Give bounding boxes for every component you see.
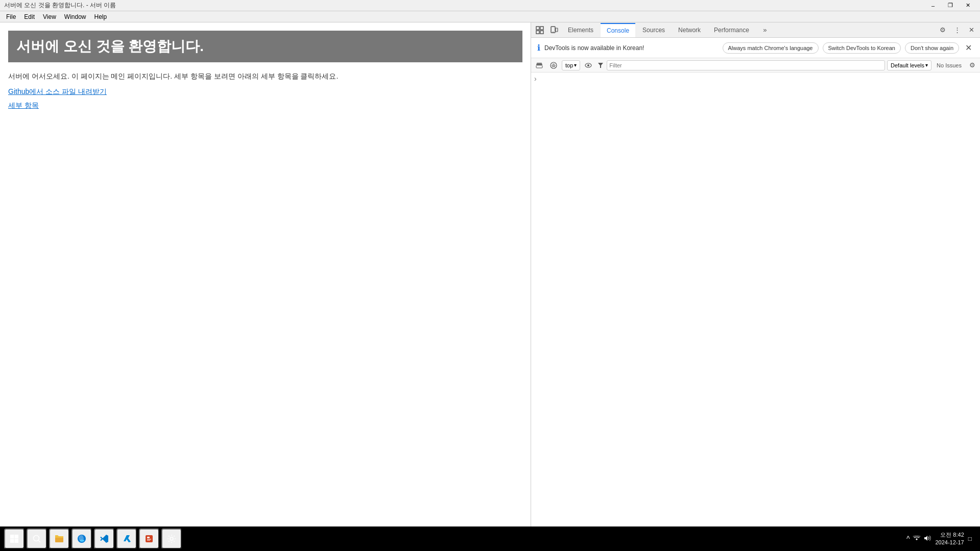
lang-notification-close-button[interactable]: ✕ bbox=[963, 42, 974, 54]
powerpoint-icon bbox=[145, 534, 154, 543]
page-body-text: 서버에 어서오세요. 이 페이지는 메인 페이지입니다. 세부 항목을 보려면 … bbox=[8, 70, 522, 82]
always-match-language-button[interactable]: Always match Chrome's language bbox=[723, 42, 819, 54]
switch-devtools-korean-button[interactable]: Switch DevTools to Korean bbox=[823, 42, 901, 54]
svg-rect-5 bbox=[556, 28, 558, 32]
title-bar: 서버에 오신 것을 환영합니다. - 서버 이름 – ❐ ✕ bbox=[0, 0, 980, 11]
close-icon: ✕ bbox=[969, 26, 974, 34]
more-tabs-button[interactable]: » bbox=[758, 24, 772, 36]
svg-point-15 bbox=[587, 64, 589, 66]
expand-arrow[interactable]: › bbox=[533, 74, 538, 84]
search-taskbar-icon bbox=[32, 534, 41, 543]
tab-network[interactable]: Network bbox=[672, 23, 707, 37]
menu-edit[interactable]: Edit bbox=[20, 12, 39, 21]
devtools-close-button[interactable]: ✕ bbox=[965, 24, 978, 36]
filter-icon-button[interactable] bbox=[547, 60, 560, 71]
no-issues-text: No Issues bbox=[934, 62, 965, 68]
svg-rect-3 bbox=[540, 31, 543, 34]
console-settings-icon: ⚙ bbox=[969, 61, 975, 69]
console-content: › bbox=[531, 73, 980, 526]
svg-point-6 bbox=[553, 31, 554, 32]
levels-arrow: ▾ bbox=[925, 62, 928, 68]
devtools-device-button[interactable] bbox=[547, 24, 561, 36]
page-body: 서버에 어서오세요. 이 페이지는 메인 페이지입니다. 세부 항목을 보려면 … bbox=[8, 70, 522, 111]
clear-console-button[interactable] bbox=[533, 60, 545, 71]
svg-point-29 bbox=[170, 537, 173, 540]
menu-file[interactable]: File bbox=[2, 12, 20, 21]
svg-rect-17 bbox=[10, 535, 14, 539]
network-icon[interactable] bbox=[913, 535, 921, 543]
console-settings-button[interactable]: ⚙ bbox=[967, 60, 978, 71]
svg-rect-25 bbox=[146, 535, 153, 542]
svg-line-22 bbox=[38, 540, 40, 542]
filter-icon bbox=[550, 62, 557, 69]
system-tray: ^ bbox=[906, 535, 931, 543]
more-tabs-icon: » bbox=[763, 26, 767, 34]
context-selector[interactable]: top ▾ bbox=[562, 60, 580, 70]
context-arrow: ▾ bbox=[574, 62, 577, 68]
edge-icon bbox=[77, 534, 86, 543]
github-link[interactable]: Github에서 소스 파일 내려받기 bbox=[8, 86, 522, 97]
windows-icon bbox=[10, 534, 19, 543]
menu-bar: File Edit View Window Help bbox=[0, 11, 980, 22]
devtools-panel: Elements Console Sources Network Perform… bbox=[531, 22, 980, 526]
svg-rect-20 bbox=[15, 539, 19, 543]
svg-rect-9 bbox=[536, 65, 542, 68]
lang-notification: ℹ DevTools is now available in Korean! A… bbox=[531, 38, 980, 58]
title-bar-text: 서버에 오신 것을 환영합니다. - 서버 이름 bbox=[4, 1, 116, 10]
taskbar-date: 2024-12-17 bbox=[935, 539, 964, 546]
browser-content: 서버에 오신 것을 환영합니다. 서버에 어서오세요. 이 페이지는 메인 페이… bbox=[0, 22, 531, 526]
svg-rect-18 bbox=[15, 535, 19, 539]
svg-rect-8 bbox=[537, 63, 542, 64]
default-levels-selector[interactable]: Default levels ▾ bbox=[887, 60, 931, 70]
menu-window[interactable]: Window bbox=[60, 12, 90, 21]
devtools-inspect-button[interactable] bbox=[533, 24, 546, 36]
tab-elements-label: Elements bbox=[568, 27, 593, 34]
start-button[interactable] bbox=[4, 529, 25, 549]
svg-rect-26 bbox=[147, 537, 150, 538]
taskbar: ^ 오전 8:42 2024-12-17 □ bbox=[0, 526, 980, 551]
taskbar-right: ^ 오전 8:42 2024-12-17 □ bbox=[902, 531, 976, 547]
vs-code-button[interactable] bbox=[94, 529, 114, 549]
tab-sources[interactable]: Sources bbox=[636, 23, 671, 37]
detail-link[interactable]: 세부 항목 bbox=[8, 100, 522, 111]
context-label: top bbox=[565, 62, 573, 68]
tab-console-label: Console bbox=[607, 27, 629, 34]
file-explorer-button[interactable] bbox=[49, 529, 69, 549]
eye-button[interactable] bbox=[582, 60, 594, 71]
inspect-icon bbox=[536, 26, 544, 34]
default-levels-label: Default levels bbox=[891, 62, 924, 68]
svg-marker-30 bbox=[924, 536, 927, 541]
menu-help[interactable]: Help bbox=[90, 12, 111, 21]
tab-performance-label: Performance bbox=[714, 27, 749, 34]
title-bar-controls: – ❐ ✕ bbox=[925, 1, 976, 11]
azure-icon bbox=[122, 534, 131, 543]
azure-button[interactable] bbox=[116, 529, 137, 549]
dont-show-again-button[interactable]: Don't show again bbox=[905, 42, 959, 54]
info-icon: ℹ bbox=[537, 43, 540, 53]
vscode-icon bbox=[100, 534, 109, 543]
devtools-settings-button[interactable]: ⚙ bbox=[936, 24, 949, 36]
filter-input[interactable] bbox=[607, 60, 885, 70]
clear-icon bbox=[536, 62, 543, 69]
edge-button[interactable] bbox=[71, 529, 92, 549]
tab-console[interactable]: Console bbox=[601, 23, 635, 37]
powerpoint-button[interactable] bbox=[139, 529, 159, 549]
notification-icon[interactable]: □ bbox=[968, 535, 972, 542]
taskbar-clock[interactable]: 오전 8:42 2024-12-17 bbox=[935, 531, 964, 547]
svg-rect-7 bbox=[536, 64, 542, 65]
menu-view[interactable]: View bbox=[39, 12, 60, 21]
devtools-more-button[interactable]: ⋮ bbox=[950, 24, 964, 36]
tab-performance[interactable]: Performance bbox=[708, 23, 755, 37]
volume-icon[interactable] bbox=[924, 535, 931, 543]
tray-icon-1[interactable]: ^ bbox=[906, 535, 910, 543]
page-title: 서버에 오신 것을 환영합니다. bbox=[8, 31, 522, 62]
tab-network-label: Network bbox=[678, 27, 701, 34]
tab-elements[interactable]: Elements bbox=[562, 23, 600, 37]
taskbar-time: 오전 8:42 bbox=[935, 531, 964, 539]
restore-button[interactable]: ❐ bbox=[942, 1, 959, 11]
svg-point-21 bbox=[34, 536, 39, 541]
minimize-button[interactable]: – bbox=[925, 1, 941, 11]
search-taskbar-button[interactable] bbox=[27, 529, 47, 549]
settings-taskbar-button[interactable] bbox=[161, 529, 182, 549]
close-button[interactable]: ✕ bbox=[960, 1, 976, 11]
